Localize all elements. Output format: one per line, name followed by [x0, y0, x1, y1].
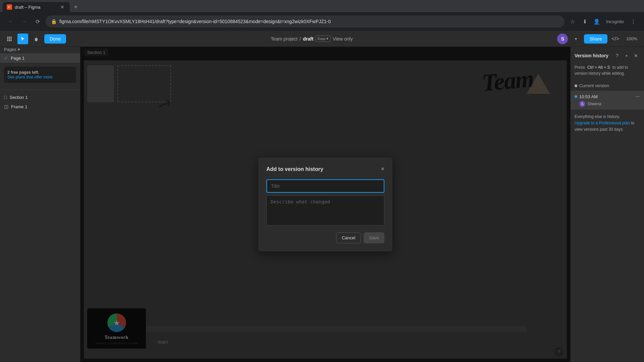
address-bar[interactable]: 🔒 figma.com/file/nMSTY1OKvvXSMLY18HsH41/…: [46, 15, 565, 27]
menu-button[interactable]: ⋮: [628, 16, 639, 27]
version-user-avatar: S: [579, 101, 585, 107]
share-button[interactable]: Share: [584, 34, 607, 44]
current-version-item[interactable]: Current version: [571, 80, 644, 91]
frame-icon: ◫: [4, 104, 8, 109]
nav-actions: ☆ ⬇ 👤 Incognito ⋮: [567, 16, 639, 27]
modal-footer: Cancel Save: [266, 232, 384, 243]
svg-point-10: [10, 40, 12, 41]
hand-tool-button[interactable]: [31, 34, 42, 44]
incognito-label: Incognito: [603, 19, 627, 24]
toolbar-right: S ▾ Share </> 100%: [557, 34, 640, 44]
panel-add-button[interactable]: +: [623, 52, 631, 60]
version-history-modal: Add to version history × Cancel Save: [258, 158, 392, 251]
toolbar-left: Done: [4, 34, 66, 44]
cursor-tool-button[interactable]: [17, 34, 28, 44]
back-button[interactable]: ←: [5, 16, 16, 27]
layer-item-frame1[interactable]: ◫ Frame 1: [0, 102, 80, 111]
description-textarea[interactable]: [266, 195, 384, 226]
svg-point-4: [10, 37, 12, 38]
active-tab[interactable]: F draft – Figma ✕: [3, 2, 70, 12]
project-label: Team project: [271, 36, 298, 42]
reload-button[interactable]: ⟳: [32, 16, 43, 27]
tab-favicon: F: [7, 4, 12, 10]
browser-chrome: F draft – Figma ✕ + ← → ⟳ 🔒 figma.com/fi…: [0, 0, 644, 31]
browser-tabs: F draft – Figma ✕ +: [0, 0, 644, 12]
free-badge[interactable]: Free ▾: [315, 36, 331, 42]
version-dot: [575, 84, 577, 87]
svg-point-7: [10, 38, 12, 40]
breadcrumb: Team project / draft Free ▾ View only: [271, 36, 353, 42]
lock-icon: 🔒: [51, 19, 57, 24]
avatar-dropdown-button[interactable]: ▾: [571, 34, 581, 44]
panel-header: Version history ? + ✕: [571, 47, 644, 64]
sidebar-divider: [0, 89, 80, 90]
svg-point-9: [9, 40, 10, 41]
version-history-item[interactable]: 10:53 AM ··· S Sheena: [571, 91, 644, 110]
save-button[interactable]: Save: [364, 232, 384, 243]
chevron-down-icon: ▾: [18, 47, 20, 52]
layer-item-section1[interactable]: □ Section 1: [0, 93, 80, 102]
modal-close-button[interactable]: ×: [381, 166, 384, 173]
left-sidebar: Pages ▾ ✓ Page 1 2 free pages left. See …: [0, 47, 80, 362]
main-content: Pages ▾ ✓ Page 1 2 free pages left. See …: [0, 47, 644, 362]
address-text: figma.com/file/nMSTY1OKvvXSMLY18HsH41/dr…: [59, 19, 559, 24]
svg-point-6: [9, 38, 10, 40]
page-item-page1[interactable]: ✓ Page 1: [0, 53, 80, 63]
history-upgrade-text: Everything else is history. Upgrade to a…: [575, 114, 640, 133]
layer-name-frame1: Frame 1: [11, 104, 27, 109]
tab-title: draft – Figma: [15, 5, 58, 10]
avatar-button[interactable]: S: [557, 34, 568, 44]
version-active-dot: [575, 95, 577, 98]
svg-point-3: [9, 37, 10, 38]
cancel-button[interactable]: Cancel: [336, 232, 361, 243]
modal-title: Add to version history: [266, 166, 323, 172]
svg-point-5: [7, 38, 8, 40]
bookmark-button[interactable]: ☆: [567, 16, 578, 27]
toolbar-center: Team project / draft Free ▾ View only: [69, 36, 554, 42]
version-user-row: S Sheena: [575, 101, 640, 107]
title-input[interactable]: [266, 179, 384, 193]
zoom-level[interactable]: 100%: [624, 35, 640, 43]
page-check-icon: ✓: [4, 55, 8, 61]
right-panel: Version history ? + ✕ Press Ctrl + Alt +…: [570, 47, 644, 362]
version-time-row: 10:53 AM ···: [575, 94, 640, 100]
free-pages-notice: 2 free pages left. See plans that offer …: [4, 67, 76, 83]
current-version-label: Current version: [579, 83, 609, 88]
svg-point-2: [7, 37, 8, 38]
upgrade-plan-link[interactable]: Upgrade to a Professional plan: [575, 121, 630, 125]
modal-header: Add to version history ×: [266, 166, 384, 173]
done-button[interactable]: Done: [44, 34, 66, 44]
close-tab-button[interactable]: ✕: [60, 4, 64, 10]
page-name: Page 1: [11, 56, 24, 61]
code-view-button[interactable]: </>: [610, 34, 621, 44]
download-button[interactable]: ⬇: [579, 16, 590, 27]
main-menu-button[interactable]: [4, 34, 15, 44]
breadcrumb-separator: /: [300, 36, 301, 42]
view-only-label: View only: [333, 36, 353, 42]
see-plans-link[interactable]: See plans that offer more: [7, 75, 73, 79]
app-layout: Done Team project / draft Free ▾ View on…: [0, 31, 644, 362]
pages-section-label[interactable]: Pages ▾: [0, 47, 80, 52]
new-tab-button[interactable]: +: [70, 2, 82, 12]
panel-info-button[interactable]: ?: [613, 52, 621, 60]
app-toolbar: Done Team project / draft Free ▾ View on…: [0, 31, 644, 47]
free-pages-text: 2 free pages left.: [7, 70, 73, 75]
section-icon: □: [4, 95, 7, 100]
svg-text:F: F: [8, 6, 10, 9]
chevron-down-icon: ▾: [326, 37, 328, 41]
canvas-area[interactable]: Section 1 ↗ Team: [80, 47, 570, 362]
panel-shortcut-text: Press Ctrl + Alt + S to add to version h…: [571, 64, 644, 80]
panel-title: Version history: [575, 53, 608, 58]
draft-label[interactable]: draft: [303, 36, 313, 42]
version-time-text: 10:53 AM: [579, 94, 598, 99]
history-bottom: Everything else is history. Upgrade to a…: [571, 110, 644, 137]
panel-close-button[interactable]: ✕: [632, 52, 640, 60]
forward-button[interactable]: →: [19, 16, 30, 27]
shortcut-keys: Ctrl + Alt + S: [587, 65, 610, 70]
layer-name-section1: Section 1: [9, 95, 28, 100]
version-more-button[interactable]: ···: [636, 94, 640, 100]
profile-button[interactable]: 👤: [591, 16, 602, 27]
panel-actions: ? + ✕: [613, 52, 640, 60]
browser-nav: ← → ⟳ 🔒 figma.com/file/nMSTY1OKvvXSMLY18…: [0, 12, 644, 31]
modal-overlay: Add to version history × Cancel Save: [80, 47, 570, 362]
